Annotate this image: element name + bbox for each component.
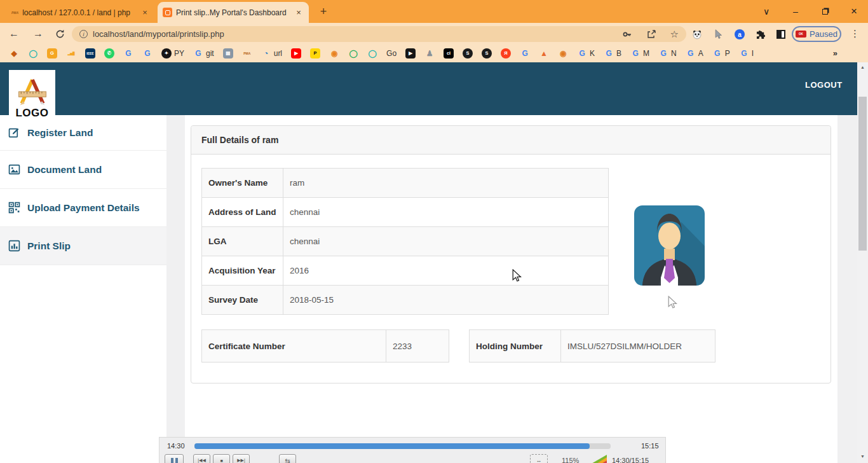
pointer-extension-icon[interactable] — [713, 29, 724, 40]
scroll-down-icon[interactable]: ▼ — [857, 454, 868, 459]
tab-close-icon[interactable]: × — [140, 8, 150, 17]
sidebar-item-document-land[interactable]: Document Land — [0, 151, 166, 189]
back-button[interactable]: ← — [6, 26, 22, 41]
google-letter-bookmark[interactable]: GP — [712, 48, 730, 59]
tab-title: Print slip..My Portal's Dashboard — [176, 8, 290, 17]
scroll-up-icon[interactable]: ▲ — [857, 65, 868, 69]
toolbox-icon[interactable]: ▤ — [223, 48, 233, 59]
eye-icon[interactable]: ◉ — [558, 48, 568, 59]
previous-button[interactable]: |◀◀ — [193, 454, 210, 463]
panda-extension-icon[interactable] — [691, 29, 703, 40]
minimize-button[interactable]: – — [782, 0, 810, 23]
sidebar-item-upload-payment-details[interactable]: Upload Payment Details — [0, 189, 166, 227]
ieee-icon[interactable]: IEEE — [85, 48, 95, 59]
detail-value: ram — [283, 169, 609, 198]
restore-button[interactable] — [811, 0, 839, 23]
url-text[interactable]: localhost/land/myportal/printslip.php — [93, 29, 608, 39]
reading-mode-icon[interactable] — [775, 29, 787, 40]
extensions-puzzle-icon[interactable] — [755, 29, 766, 40]
a-extension-icon[interactable]: a — [734, 29, 745, 40]
tab-bar: PMA localhost / 127.0.0.1 / land | php ×… — [0, 0, 868, 23]
bookmarks-overflow-icon[interactable]: » — [833, 48, 837, 58]
google-letter-bookmark[interactable]: GM — [630, 48, 649, 59]
screen: PMA localhost / 127.0.0.1 / land | php ×… — [0, 0, 868, 463]
fit-button[interactable]: ↔ — [530, 454, 548, 463]
stop-button[interactable]: ■ — [213, 454, 230, 463]
figure-icon[interactable]: ♟ — [424, 48, 435, 59]
next-button[interactable]: ▶▶| — [233, 454, 250, 463]
github-icon[interactable]: ✦PY — [161, 48, 184, 59]
tab-phpmyadmin[interactable]: PMA localhost / 127.0.0.1 / land | php × — [6, 2, 155, 23]
google-icon[interactable]: G — [123, 48, 133, 59]
phpmyadmin-icon[interactable]: PMA — [242, 48, 252, 59]
details-card: Full Details of ram Owner's Name ram Add… — [191, 125, 831, 384]
diamond-icon[interactable]: ◆ — [9, 48, 19, 59]
tab-print-slip[interactable]: Print slip..My Portal's Dashboard × — [158, 2, 309, 23]
tab-close-icon[interactable]: × — [294, 8, 304, 17]
sidebar-item-label: Document Land — [27, 164, 102, 176]
godaddy-icon[interactable]: ◯ — [28, 48, 38, 59]
holding-value: IMSLU/527DSILMM/HOLDER — [561, 330, 715, 363]
loop-button[interactable]: ⇆ — [279, 454, 296, 463]
close-button[interactable]: × — [840, 0, 868, 23]
duck-icon[interactable]: ▶ — [405, 48, 416, 59]
video-camera-icon[interactable]: ◉ — [329, 48, 339, 59]
sidebar-item-register-land[interactable]: Register Land — [0, 115, 166, 151]
table-row: Certificate Number 2233 — [202, 330, 449, 363]
pause-icon — [171, 458, 173, 463]
google-letter-bookmark[interactable]: GI — [739, 48, 754, 59]
recorded-cursor — [668, 296, 677, 309]
pause-button[interactable] — [165, 454, 184, 463]
browser-menu-icon[interactable]: ⋮ — [850, 28, 860, 39]
url-bookmark[interactable]: ◔url — [261, 48, 282, 59]
bookmark-star-icon[interactable]: ☆ — [670, 29, 679, 40]
google-icon[interactable]: G — [142, 48, 153, 59]
recorder-extension-icon: OK — [796, 31, 806, 38]
git-bookmark[interactable]: Ggit — [193, 48, 214, 59]
ring-icon[interactable]: ◯ — [348, 48, 358, 59]
new-tab-button[interactable]: + — [315, 4, 332, 19]
s-icon[interactable]: S — [463, 48, 473, 59]
matlab-icon[interactable]: ▲ — [539, 48, 549, 59]
site-info-icon[interactable]: i — [79, 30, 88, 38]
password-key-icon[interactable] — [622, 29, 632, 39]
detail-value: 2018-05-15 — [283, 286, 609, 315]
progress-fill — [194, 443, 590, 449]
forward-button[interactable]: → — [31, 26, 46, 41]
godaddy-icon[interactable]: ◯ — [367, 48, 377, 59]
table-row: Acquisition Year 2016 — [202, 256, 609, 286]
go-bookmark[interactable]: Go — [386, 48, 397, 59]
detail-label: Address of Land — [202, 198, 283, 227]
page-scrollbar[interactable]: ▲ ▼ — [857, 62, 868, 463]
share-icon[interactable] — [646, 29, 656, 39]
google-letter-bookmark[interactable]: GB — [604, 48, 621, 59]
tab-search-chevron-icon[interactable]: ∨ — [752, 0, 780, 23]
portal-logo[interactable]: LOGO — [9, 70, 55, 119]
reload-button[interactable] — [52, 26, 67, 41]
scrollbar-thumb[interactable] — [858, 97, 867, 251]
google-icon[interactable]: G — [520, 48, 530, 59]
logout-link[interactable]: LOGOUT — [805, 80, 843, 90]
qr-code-icon — [8, 202, 20, 214]
sidebar-item-print-slip[interactable]: Print Slip — [0, 227, 166, 265]
google-letter-bookmark[interactable]: GK — [577, 48, 595, 59]
edit-icon — [8, 127, 20, 139]
whatsapp-icon[interactable]: ✆ — [104, 48, 114, 59]
yandex-icon[interactable]: Я — [501, 48, 511, 59]
p-icon[interactable]: P — [310, 48, 320, 59]
player-logo-icon — [590, 455, 607, 463]
recorder-paused-badge[interactable]: OK Paused — [792, 26, 841, 42]
sidebar: Register Land Document Land — [0, 115, 166, 463]
seek-bar[interactable] — [194, 443, 611, 449]
google-letter-bookmark[interactable]: GN — [658, 48, 677, 59]
analytics-icon[interactable]: ▂▅█ — [66, 48, 76, 59]
s-icon[interactable]: S — [482, 48, 492, 59]
bar-chart-icon — [8, 240, 20, 252]
cl-icon[interactable]: cl — [444, 48, 454, 59]
address-bar[interactable]: i localhost/land/myportal/printslip.php … — [72, 26, 686, 42]
cube-icon[interactable]: G — [47, 48, 57, 59]
table-row: Owner's Name ram — [202, 169, 609, 198]
google-letter-bookmark[interactable]: GA — [686, 48, 703, 59]
youtube-icon[interactable]: ▶ — [291, 48, 301, 59]
detail-value: chennai — [283, 198, 609, 227]
